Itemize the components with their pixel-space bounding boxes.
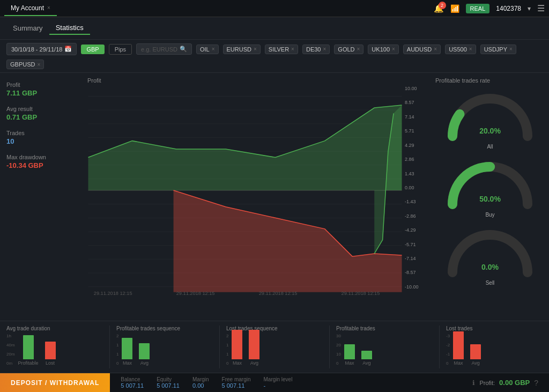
remove-silver-icon[interactable]: × bbox=[291, 46, 294, 52]
stats-sidebar: Profit 7.11 GBP Avg result 0.71 GBP Trad… bbox=[0, 73, 83, 321]
profit-label: Profit bbox=[6, 82, 77, 88]
deposit-withdrawal-button[interactable]: DEPOSIT / WITHDRAWAL bbox=[0, 373, 110, 392]
lost-trades-chart: Lost trades -3-2-10 Max Avg bbox=[446, 326, 543, 366]
gauge-sell-label: Sell bbox=[486, 280, 495, 286]
profit-stat: Profit 7.11 GBP bbox=[6, 82, 77, 97]
gauge-sell: 0.0% Sell bbox=[435, 224, 545, 286]
remove-uk100-icon[interactable]: × bbox=[392, 46, 395, 52]
notification-badge: 2 bbox=[439, 2, 446, 9]
divider-4 bbox=[439, 326, 440, 368]
margin-level-stat: Margin level - bbox=[263, 376, 292, 389]
remove-gold-icon[interactable]: × bbox=[357, 46, 360, 52]
tab-statistics[interactable]: Statistics bbox=[49, 21, 90, 35]
tab-summary[interactable]: Summary bbox=[6, 22, 49, 34]
balance-stat: Balance 5 007.11 bbox=[121, 376, 144, 389]
symbol-tag-uk100: UK100× bbox=[368, 45, 398, 54]
trades-label: Trades bbox=[6, 130, 77, 136]
symbol-tag-de30: DE30× bbox=[302, 45, 330, 54]
profitable-trades-max-bar: Max bbox=[344, 344, 355, 366]
remove-gbpusd-icon[interactable]: × bbox=[37, 62, 40, 68]
profitable-seq-avg-bar: Avg bbox=[139, 343, 150, 366]
svg-text:29.11.2018 12:15: 29.11.2018 12:15 bbox=[94, 291, 132, 295]
svg-text:0.0%: 0.0% bbox=[481, 263, 499, 271]
margin-level-value: - bbox=[263, 382, 292, 389]
remove-us500-icon[interactable]: × bbox=[469, 46, 472, 52]
symbol-tag-silver: SILVER× bbox=[265, 45, 298, 54]
symbol-tag-eurusd: EURUSD× bbox=[223, 45, 261, 54]
info-icon: ℹ bbox=[472, 379, 475, 387]
divider-2 bbox=[219, 326, 220, 368]
footer: DEPOSIT / WITHDRAWAL Balance 5 007.11 Eq… bbox=[0, 373, 549, 392]
lost-seq-avg-bar: Avg bbox=[249, 330, 259, 366]
remove-de30-icon[interactable]: × bbox=[323, 46, 326, 52]
pips-button[interactable]: Pips bbox=[109, 44, 132, 55]
lost-seq-y-axis: 2110 bbox=[226, 334, 228, 366]
lost-sequence-chart: Lost trades sequence 2110 Max Avg bbox=[226, 326, 323, 366]
lost-trades-title: Lost trades bbox=[446, 326, 543, 331]
account-tab-close[interactable]: × bbox=[47, 5, 50, 11]
balance-value: 5 007.11 bbox=[121, 382, 144, 389]
trades-value: 10 bbox=[6, 137, 77, 145]
remove-oil-icon[interactable]: × bbox=[212, 46, 215, 52]
account-chevron-icon[interactable]: ▾ bbox=[528, 5, 531, 12]
avg-duration-lost-bar: Lost bbox=[45, 342, 56, 366]
trades-stat: Trades 10 bbox=[6, 130, 77, 145]
remove-audusd-icon[interactable]: × bbox=[434, 46, 437, 52]
avg-result-stat: Avg result 0.71 GBP bbox=[6, 106, 77, 121]
gauge-all: 20.0% All bbox=[435, 88, 545, 150]
symbol-tag-audusd: AUDUSD× bbox=[403, 45, 441, 54]
avg-result-label: Avg result bbox=[6, 106, 77, 112]
symbol-search-box[interactable]: e.g. EURUSD 🔍 bbox=[136, 43, 192, 55]
max-drawdown-value: -10.34 GBP bbox=[6, 161, 77, 169]
equity-label: Equity bbox=[157, 376, 180, 382]
lost-trades-avg-bar: Avg bbox=[470, 344, 481, 366]
account-number: 1402378 bbox=[496, 5, 521, 12]
date-range-value: 30/10/18 - 29/11/18 bbox=[11, 46, 62, 53]
free-margin-stat: Free margin 5 007.11 bbox=[222, 376, 251, 389]
remove-usdjpy-icon[interactable]: × bbox=[509, 46, 513, 52]
profitable-trades-avg-bar: Avg bbox=[361, 351, 372, 366]
profitable-seq-bars: Max Avg bbox=[122, 334, 150, 366]
wifi-icon: 📶 bbox=[450, 4, 459, 13]
profitable-seq-y-axis: 2110 bbox=[116, 334, 118, 366]
hamburger-icon[interactable]: ☰ bbox=[537, 3, 545, 13]
help-icon[interactable]: ? bbox=[534, 379, 538, 387]
lost-trades-max-bar: Max bbox=[453, 331, 464, 366]
bottom-charts-row: Avg trade duration 1h40m20m0m Profitable… bbox=[0, 321, 549, 373]
profit-value: 7.11 GBP bbox=[6, 89, 77, 97]
avg-result-value: 0.71 GBP bbox=[6, 113, 77, 121]
free-margin-label: Free margin bbox=[222, 376, 251, 382]
svg-text:29.11.2018 12:15: 29.11.2018 12:15 bbox=[176, 291, 215, 295]
lost-seq-max-bar: Max bbox=[232, 330, 242, 366]
equity-value: 5 007.11 bbox=[157, 382, 180, 389]
date-range-picker[interactable]: 30/10/18 - 29/11/18 📅 bbox=[6, 43, 77, 55]
red-area bbox=[174, 190, 402, 292]
margin-level-label: Margin level bbox=[263, 376, 292, 382]
account-tab-label: My Account bbox=[11, 4, 44, 12]
profitable-trades-bars: Max Avg bbox=[344, 334, 372, 366]
account-tab[interactable]: My Account × bbox=[4, 1, 57, 16]
symbol-tag-gbpusd: GBPUSD× bbox=[6, 60, 44, 69]
avg-duration-y-axis: 1h40m20m0m bbox=[6, 334, 15, 366]
gauge-title: Profitable trades rate bbox=[435, 77, 545, 84]
divider-3 bbox=[329, 326, 330, 368]
gauge-all-svg: 20.0% bbox=[442, 88, 538, 142]
profit-value: 0.00 GBP bbox=[499, 379, 530, 387]
chart-title: Profit bbox=[87, 77, 427, 84]
notification-bell[interactable]: 🔔 2 bbox=[434, 4, 444, 13]
gauge-all-label: All bbox=[487, 144, 493, 150]
sub-tabs: Summary Statistics bbox=[0, 17, 549, 40]
margin-value: 0.00 bbox=[192, 382, 209, 389]
gauge-buy-svg: 50.0% bbox=[442, 156, 538, 210]
search-icon: 🔍 bbox=[180, 46, 187, 53]
remove-eurusd-icon[interactable]: × bbox=[254, 46, 257, 52]
free-margin-value: 5 007.11 bbox=[222, 382, 251, 389]
svg-text:29.11.2018 12:15: 29.11.2018 12:15 bbox=[342, 291, 380, 295]
svg-text:20.0%: 20.0% bbox=[479, 127, 501, 135]
gauge-buy-label: Buy bbox=[485, 212, 494, 218]
profit-label: Profit: bbox=[479, 380, 495, 386]
right-panel: Profitable trades rate 20.0% All 50.0% B… bbox=[431, 73, 549, 321]
profitable-seq-max-bar: Max bbox=[122, 338, 132, 366]
currency-gbp-button[interactable]: GBP bbox=[81, 45, 104, 54]
top-bar: My Account × 🔔 2 📶 REAL 1402378 ▾ ☰ bbox=[0, 0, 549, 17]
